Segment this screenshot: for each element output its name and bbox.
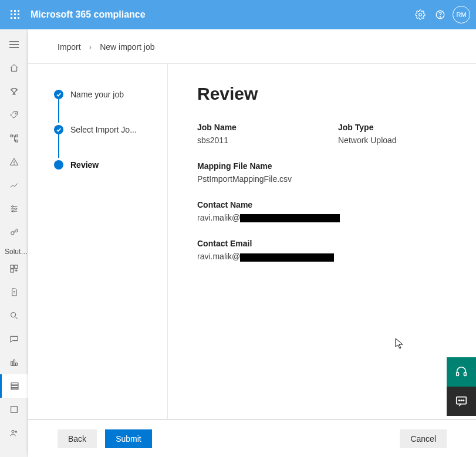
information-governance-icon[interactable] xyxy=(0,374,28,398)
review-panel: Review Job Name sbs2011 Job Type Network… xyxy=(168,64,476,419)
svg-rect-2 xyxy=(18,10,19,12)
wizard-step-label: Select Import Jo... xyxy=(70,125,137,134)
svg-rect-16 xyxy=(11,135,12,137)
tag-icon[interactable] xyxy=(0,103,28,127)
help-icon[interactable] xyxy=(430,5,450,25)
svg-point-44 xyxy=(458,400,460,401)
cancel-button[interactable]: Cancel xyxy=(400,429,447,448)
svg-point-46 xyxy=(463,400,464,401)
user-avatar[interactable]: RM xyxy=(453,6,470,23)
svg-rect-4 xyxy=(14,13,16,15)
catalog-icon[interactable] xyxy=(0,257,28,280)
home-icon[interactable] xyxy=(0,56,28,80)
svg-rect-5 xyxy=(18,13,19,15)
job-type-label: Job Type xyxy=(338,123,444,132)
wizard-step-select-import[interactable]: Select Import Jo... xyxy=(54,123,156,137)
wizard-step-label: Name your job xyxy=(70,90,124,99)
nav-toggle-icon[interactable] xyxy=(0,33,28,56)
mapping-file-label: Mapping File Name xyxy=(197,161,303,171)
check-circle-icon xyxy=(54,125,63,134)
page-title: Review xyxy=(197,84,447,104)
back-button[interactable]: Back xyxy=(58,429,97,448)
contact-email-label: Contact Email xyxy=(197,239,334,248)
svg-rect-28 xyxy=(11,265,13,268)
breadcrumb-current: New import job xyxy=(100,42,154,52)
content-area: Import › New import job Name your job Se… xyxy=(28,29,476,457)
wizard-steps: Name your job Select Import Jo... Review xyxy=(28,64,168,419)
svg-point-24 xyxy=(12,206,13,208)
svg-rect-18 xyxy=(15,140,17,142)
svg-rect-8 xyxy=(18,17,19,19)
svg-point-26 xyxy=(12,211,14,212)
policies-icon[interactable] xyxy=(0,197,28,221)
submit-button[interactable]: Submit xyxy=(105,429,152,448)
svg-point-39 xyxy=(12,430,14,432)
search-icon[interactable] xyxy=(0,304,28,327)
communication-icon[interactable] xyxy=(0,327,28,351)
app-launcher-icon[interactable] xyxy=(6,5,25,24)
insider-risk-icon[interactable] xyxy=(0,421,28,445)
svg-rect-42 xyxy=(464,373,467,376)
current-step-icon xyxy=(54,160,63,170)
audit-icon[interactable] xyxy=(0,280,28,304)
mapping-file-value: PstImportMappingFile.csv xyxy=(197,174,303,184)
chevron-right-icon: › xyxy=(89,42,92,52)
check-circle-icon xyxy=(54,90,63,99)
svg-point-25 xyxy=(15,208,16,210)
svg-rect-29 xyxy=(14,265,17,268)
floating-actions xyxy=(447,357,476,416)
svg-rect-6 xyxy=(11,17,12,19)
svg-point-40 xyxy=(15,431,17,433)
protection-icon[interactable] xyxy=(0,398,28,421)
svg-rect-36 xyxy=(11,385,18,387)
redacted-block xyxy=(240,253,334,262)
svg-point-45 xyxy=(461,400,462,401)
trophy-icon[interactable] xyxy=(0,80,28,103)
reports-icon[interactable] xyxy=(0,174,28,197)
contact-name-label: Contact Name xyxy=(197,200,340,209)
contact-name-value: ravi.malik@ xyxy=(197,213,340,222)
wizard-step-review[interactable]: Review xyxy=(54,158,156,172)
svg-point-15 xyxy=(15,113,16,114)
redacted-block xyxy=(240,214,340,222)
svg-rect-0 xyxy=(11,10,12,12)
wizard-footer: Back Submit Cancel xyxy=(28,419,476,457)
wizard-step-label: Review xyxy=(70,160,99,170)
svg-rect-38 xyxy=(11,407,17,413)
feedback-icon[interactable] xyxy=(447,387,476,416)
svg-rect-35 xyxy=(11,383,18,385)
job-name-label: Job Name xyxy=(197,123,303,132)
breadcrumb: Import › New import job xyxy=(28,29,476,63)
job-type-value: Network Upload xyxy=(338,136,444,145)
svg-line-34 xyxy=(15,317,18,319)
svg-point-27 xyxy=(11,232,13,235)
permissions-icon[interactable] xyxy=(0,221,28,244)
app-title: Microsoft 365 compliance xyxy=(31,9,146,20)
top-bar: Microsoft 365 compliance RM xyxy=(0,0,476,29)
alert-icon[interactable] xyxy=(0,150,28,174)
svg-rect-7 xyxy=(14,17,16,19)
breadcrumb-parent[interactable]: Import xyxy=(58,42,81,52)
support-headset-icon[interactable] xyxy=(447,357,476,387)
svg-rect-3 xyxy=(11,13,12,15)
svg-point-20 xyxy=(13,164,14,164)
contact-email-value: ravi.malik@ xyxy=(197,252,334,261)
svg-point-33 xyxy=(11,313,15,317)
svg-rect-41 xyxy=(457,373,459,376)
left-navigation-rail: Solut… xyxy=(0,29,28,457)
dlp-icon[interactable] xyxy=(0,351,28,374)
svg-rect-17 xyxy=(15,135,17,137)
job-name-value: sbs2011 xyxy=(197,136,303,145)
svg-rect-37 xyxy=(11,388,18,390)
connectors-icon[interactable] xyxy=(0,127,28,150)
svg-point-9 xyxy=(419,13,422,16)
wizard-step-name-job[interactable]: Name your job xyxy=(54,87,156,101)
svg-rect-30 xyxy=(11,269,13,272)
solutions-section-label: Solut… xyxy=(0,244,28,257)
svg-rect-1 xyxy=(14,10,16,12)
svg-point-11 xyxy=(440,16,440,17)
settings-icon[interactable] xyxy=(410,5,430,25)
